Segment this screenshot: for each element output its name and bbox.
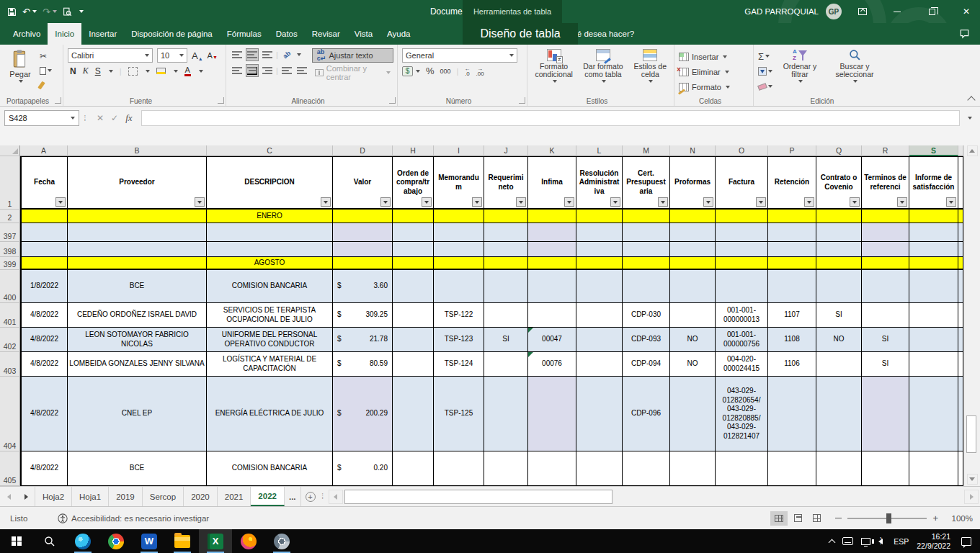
cell[interactable] xyxy=(484,270,528,303)
header-cell[interactable]: Informe de satisfacción xyxy=(909,156,958,210)
align-bottom-icon[interactable] xyxy=(261,48,274,61)
cell[interactable]: 1108 xyxy=(768,328,816,352)
cell[interactable] xyxy=(670,377,716,451)
dialog-launcher-icon[interactable] xyxy=(389,97,396,104)
cell[interactable] xyxy=(862,377,909,451)
zoom-slider[interactable] xyxy=(847,518,927,519)
cell[interactable] xyxy=(207,242,333,257)
cell[interactable] xyxy=(909,270,958,303)
save-button[interactable] xyxy=(7,7,17,17)
cell[interactable] xyxy=(484,352,528,377)
hidden-icons-chevron[interactable] xyxy=(829,539,836,546)
borders-dropdown[interactable] xyxy=(146,70,150,73)
tab-table-design[interactable]: Diseño de tabla xyxy=(463,23,578,45)
merge-center-button[interactable]: Combinar y centrar xyxy=(312,66,393,80)
header-cell-partial[interactable] xyxy=(958,156,963,210)
comments-icon[interactable] xyxy=(959,23,970,45)
cell[interactable]: SI xyxy=(484,328,528,352)
sheet-tab-2019[interactable]: 2019 xyxy=(109,487,143,506)
column-header-L[interactable]: L xyxy=(576,145,623,156)
header-cell[interactable]: DESCRIPCION xyxy=(207,156,333,210)
cell[interactable] xyxy=(623,270,670,303)
cell[interactable] xyxy=(816,257,862,270)
cell[interactable] xyxy=(393,352,434,377)
row-header-398[interactable]: 398 xyxy=(0,242,20,257)
cell[interactable] xyxy=(528,270,576,303)
cell[interactable] xyxy=(909,257,958,270)
select-all-corner[interactable] xyxy=(0,145,20,156)
cell[interactable] xyxy=(576,303,623,328)
cell[interactable] xyxy=(862,257,909,270)
cell[interactable] xyxy=(768,270,816,303)
cell[interactable]: UNIFORME DEL PERSONAL OPERATIVO CONDUCTO… xyxy=(207,328,333,352)
cell[interactable] xyxy=(484,377,528,451)
decrease-indent-icon[interactable] xyxy=(280,64,293,77)
column-header-O[interactable]: O xyxy=(716,145,768,156)
sort-filter-button[interactable]: AZ Ordenar y filtrar xyxy=(776,48,824,95)
row-header-402[interactable]: 402 xyxy=(0,328,20,352)
row-header-397[interactable]: 397 xyxy=(0,223,20,242)
cell[interactable] xyxy=(20,210,68,223)
format-cells-button[interactable]: Formato xyxy=(679,80,730,94)
cell[interactable]: LEON SOTOMAYOR FABRICIO NICOLAS xyxy=(68,328,207,352)
cell[interactable] xyxy=(670,257,716,270)
autofilter-button[interactable] xyxy=(564,197,574,207)
cell[interactable] xyxy=(716,451,768,486)
row-header-404[interactable]: 404 xyxy=(0,377,20,451)
accounting-format-icon[interactable]: $ xyxy=(402,66,413,76)
scroll-right-icon[interactable] xyxy=(964,490,979,504)
collapse-ribbon-icon[interactable] xyxy=(967,96,975,104)
cell[interactable] xyxy=(958,451,963,486)
sheet-tab-hoja1[interactable]: Hoja1 xyxy=(72,487,109,506)
column-header-P[interactable]: P xyxy=(768,145,816,156)
cell[interactable] xyxy=(434,242,484,257)
cell[interactable] xyxy=(958,303,963,328)
cell[interactable] xyxy=(909,242,958,257)
cell[interactable] xyxy=(484,242,528,257)
cell[interactable] xyxy=(862,210,909,223)
row-header-399[interactable]: 399 xyxy=(0,257,20,270)
cell[interactable] xyxy=(909,451,958,486)
cell[interactable]: ENERGÍA ELÉCTRICA DE JULIO xyxy=(207,377,333,451)
cell[interactable] xyxy=(528,377,576,451)
cell[interactable] xyxy=(670,303,716,328)
cell[interactable] xyxy=(862,242,909,257)
cell[interactable] xyxy=(393,242,434,257)
name-box[interactable]: S428 xyxy=(4,110,79,126)
cell[interactable] xyxy=(393,270,434,303)
minimize-button[interactable] xyxy=(883,0,911,23)
autofilter-button[interactable] xyxy=(321,197,331,207)
delete-cells-button[interactable]: Eliminar xyxy=(679,65,730,78)
comma-style-icon[interactable]: 000 xyxy=(440,68,451,75)
cell[interactable] xyxy=(768,377,816,451)
autofilter-button[interactable] xyxy=(516,197,526,207)
font-color-icon[interactable]: A xyxy=(184,66,191,76)
cell[interactable]: CDP-096 xyxy=(623,377,670,451)
cell[interactable] xyxy=(958,223,963,242)
header-cell[interactable]: Infima xyxy=(528,156,576,210)
tab-inicio[interactable]: Inicio xyxy=(48,23,81,45)
cell[interactable]: NO xyxy=(670,352,716,377)
zoom-out-icon[interactable] xyxy=(835,518,842,519)
month-label-cell[interactable]: AGOSTO xyxy=(207,257,333,270)
cell[interactable] xyxy=(768,223,816,242)
number-format-combo[interactable]: General xyxy=(402,48,517,63)
autofilter-button[interactable] xyxy=(946,197,956,207)
sheet-tab-hoja2[interactable]: Hoja2 xyxy=(35,487,72,506)
cell[interactable] xyxy=(909,303,958,328)
cell[interactable] xyxy=(393,328,434,352)
cell[interactable] xyxy=(909,328,958,352)
sheet-tab-2021[interactable]: 2021 xyxy=(218,487,251,506)
cell[interactable] xyxy=(716,210,768,223)
volume-icon[interactable] xyxy=(878,539,883,544)
new-sheet-button[interactable]: + xyxy=(301,487,320,506)
dialog-launcher-icon[interactable] xyxy=(55,97,61,104)
cell[interactable]: TSP-124 xyxy=(434,352,484,377)
cell[interactable] xyxy=(393,377,434,451)
find-select-button[interactable]: Buscar y seleccionar xyxy=(827,48,882,95)
cell[interactable] xyxy=(768,451,816,486)
column-header-R[interactable]: R xyxy=(862,145,909,156)
ribbon-display-options-button[interactable] xyxy=(849,0,876,23)
tab-disposición-de-página[interactable]: Disposición de página xyxy=(124,23,220,45)
dialog-launcher-icon[interactable] xyxy=(218,97,224,104)
